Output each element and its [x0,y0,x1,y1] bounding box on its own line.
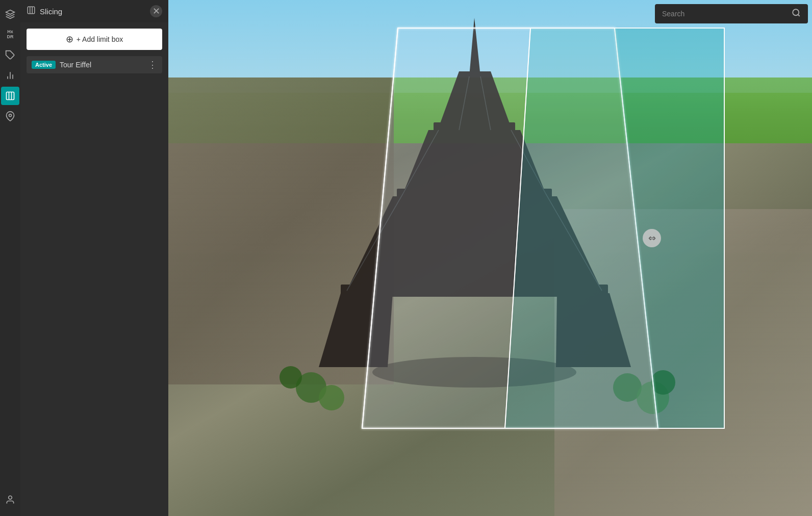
svg-marker-16 [556,293,631,367]
limit-item-menu-button[interactable]: ⋮ [148,59,157,70]
main-viewport[interactable]: ⇔ [168,0,812,516]
svg-point-28 [280,366,302,389]
svg-marker-13 [347,196,602,291]
eiffel-tower-svg [168,0,812,516]
limit-item-name: Tour Eiffel [60,61,144,69]
svg-marker-8 [469,18,480,76]
move-handle[interactable]: ⇔ [643,229,661,247]
svg-point-17 [372,357,576,388]
svg-point-25 [319,385,344,410]
svg-point-5 [9,114,12,117]
search-bar [655,4,808,23]
svg-point-6 [9,496,12,500]
search-icon[interactable] [792,8,801,19]
svg-marker-15 [319,293,393,367]
panel-close-button[interactable]: ✕ [150,5,162,17]
svg-marker-9 [439,71,511,127]
panel-content: ⊕ + Add limit box Active Tour Eiffel ⋮ [20,22,168,516]
svg-point-39 [793,9,799,15]
sidebar-item-tags[interactable] [1,46,19,64]
search-input[interactable] [662,10,788,18]
nav-sidebar: HxDR [0,0,20,516]
sidebar-item-hxdr[interactable]: HxDR [1,25,19,44]
user-account-icon[interactable] [1,493,19,511]
limit-item: Active Tour Eiffel ⋮ [27,56,162,73]
add-limit-plus-icon: ⊕ [66,34,73,45]
active-badge: Active [32,61,56,69]
sidebar-item-analytics[interactable] [1,66,19,85]
panel-header: Slicing ✕ [20,0,168,22]
add-limit-box-label: + Add limit box [77,35,123,43]
sidebar-item-layers[interactable] [1,5,19,23]
panel-title: Slicing [40,7,146,16]
svg-marker-11 [403,130,546,194]
move-handle-icon: ⇔ [648,233,656,244]
svg-rect-7 [28,7,35,14]
sidebar-item-view[interactable] [1,87,19,105]
sidebar-item-location[interactable] [1,107,19,125]
slicing-panel: Slicing ✕ ⊕ + Add limit box Active Tour … [20,0,168,516]
hxdr-label: HxDR [7,30,14,40]
add-limit-box-button[interactable]: ⊕ + Add limit box [27,29,162,50]
3d-scene[interactable]: ⇔ [168,0,812,516]
panel-header-icon [27,6,36,17]
svg-point-29 [651,370,675,395]
svg-rect-4 [7,92,14,100]
